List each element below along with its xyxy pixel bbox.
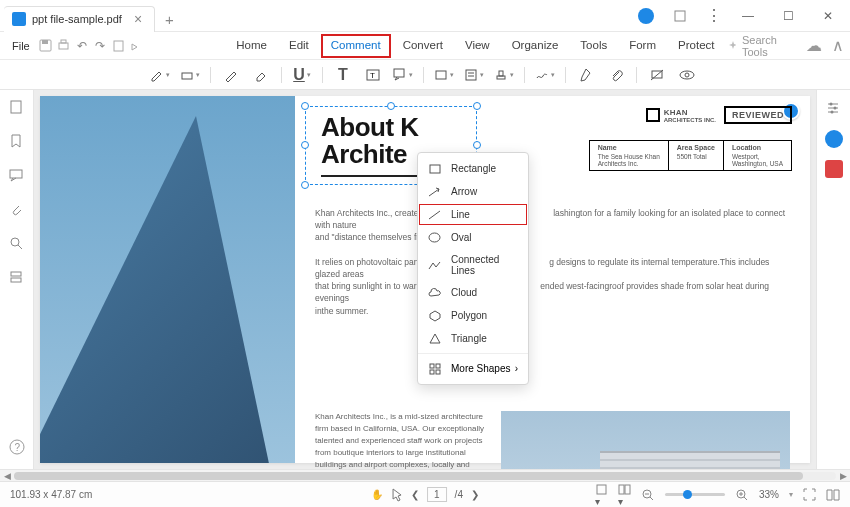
shape-rect-tool[interactable] — [434, 65, 454, 85]
shape-item-connected[interactable]: Connected Lines — [418, 249, 528, 281]
menu-bar: File ↶ ↷ Home Edit Comment Convert View … — [0, 32, 850, 60]
pen-tool[interactable] — [576, 65, 596, 85]
ai-sidebar-icon[interactable] — [825, 130, 843, 148]
tab-view[interactable]: View — [455, 34, 500, 58]
search-panel-icon[interactable] — [9, 236, 25, 252]
shape-item-cloud[interactable]: Cloud — [418, 281, 528, 304]
app-icon — [12, 12, 26, 26]
text-tool[interactable]: T — [333, 65, 353, 85]
save-icon[interactable] — [38, 37, 54, 55]
shape-item-polygon[interactable]: Polygon — [418, 304, 528, 327]
shape-item-rectangle[interactable]: Rectangle — [418, 157, 528, 180]
help-icon[interactable]: ? — [9, 439, 25, 455]
callout-tool[interactable] — [393, 65, 413, 85]
shape-item-triangle[interactable]: Triangle — [418, 327, 528, 350]
select-tool-icon[interactable] — [391, 488, 403, 502]
tab-title: ppt file-sample.pdf — [32, 13, 122, 25]
window-close-button[interactable]: ✕ — [814, 2, 842, 30]
scroll-thumb[interactable] — [14, 472, 803, 480]
textbox-tool[interactable]: T — [363, 65, 383, 85]
comments-panel-icon[interactable] — [9, 168, 25, 184]
tab-form[interactable]: Form — [619, 34, 666, 58]
stamp-tool[interactable] — [494, 65, 514, 85]
zoom-out-icon[interactable] — [641, 488, 655, 502]
tab-convert[interactable]: Convert — [393, 34, 453, 58]
highlighter-tool[interactable] — [150, 65, 170, 85]
fullscreen-icon[interactable] — [803, 488, 816, 501]
page-number-input[interactable]: 1 — [427, 487, 447, 502]
shape-item-more[interactable]: More Shapes › — [418, 357, 528, 380]
svg-rect-44 — [625, 485, 630, 494]
svg-rect-21 — [10, 170, 22, 178]
hide-comments-tool[interactable] — [647, 65, 667, 85]
pencil-tool[interactable] — [221, 65, 241, 85]
tab-edit[interactable]: Edit — [279, 34, 319, 58]
clipboard-icon[interactable] — [110, 37, 126, 55]
brand-header: KHAN ARCHITECTS INC. REVIEWED — [646, 106, 792, 124]
shape-item-oval[interactable]: Oval — [418, 226, 528, 249]
reading-mode-icon[interactable] — [826, 489, 840, 501]
grid-icon — [428, 362, 441, 375]
tab-close-icon[interactable]: × — [134, 11, 142, 27]
app-sidebar-icon[interactable] — [825, 160, 843, 178]
file-menu[interactable]: File — [6, 36, 36, 56]
page-prev-icon[interactable]: ❮ — [411, 489, 419, 500]
attachment-tool[interactable] — [606, 65, 626, 85]
svg-rect-3 — [59, 43, 68, 49]
tab-tools[interactable]: Tools — [570, 34, 617, 58]
zoom-slider[interactable] — [665, 493, 725, 496]
thumbnails-icon[interactable] — [9, 100, 25, 116]
scroll-right-icon[interactable]: ▶ — [836, 471, 850, 481]
user-avatar[interactable] — [638, 8, 654, 24]
tab-organize[interactable]: Organize — [502, 34, 569, 58]
tab-comment[interactable]: Comment — [321, 34, 391, 58]
fit-page-icon[interactable]: ▾ — [595, 483, 608, 507]
window-maximize-button[interactable]: ☐ — [774, 2, 802, 30]
shape-item-line[interactable]: Line — [418, 203, 528, 226]
attachments-panel-icon[interactable] — [9, 202, 25, 218]
view-mode-icon[interactable]: ▾ — [618, 483, 631, 507]
svg-point-41 — [830, 111, 833, 114]
svg-rect-11 — [466, 70, 476, 80]
fields-panel-icon[interactable] — [9, 270, 25, 286]
svg-rect-6 — [182, 73, 192, 79]
svg-line-47 — [650, 497, 653, 500]
zoom-value[interactable]: 33% — [759, 489, 779, 500]
comment-toolbar: U T T — [0, 60, 850, 90]
window-square-icon[interactable] — [666, 2, 694, 30]
window-minimize-button[interactable]: — — [734, 2, 762, 30]
triangle-icon — [428, 332, 441, 345]
tab-protect[interactable]: Protect — [668, 34, 724, 58]
horizontal-scrollbar[interactable]: ◀ ▶ — [0, 469, 850, 481]
area-highlight-tool[interactable] — [180, 65, 200, 85]
share-icon[interactable] — [128, 37, 144, 55]
print-icon[interactable] — [56, 37, 72, 55]
undo-icon[interactable]: ↶ — [74, 37, 90, 55]
shape-item-arrow[interactable]: Arrow — [418, 180, 528, 203]
signature-tool[interactable] — [535, 65, 555, 85]
more-menu-icon[interactable]: ⋮ — [706, 6, 722, 25]
redo-icon[interactable]: ↷ — [92, 37, 108, 55]
collapse-ribbon-icon[interactable]: ∧ — [832, 36, 844, 55]
bookmarks-icon[interactable] — [9, 134, 25, 150]
svg-rect-24 — [11, 272, 21, 276]
scroll-left-icon[interactable]: ◀ — [0, 471, 14, 481]
tab-home[interactable]: Home — [226, 34, 277, 58]
page-next-icon[interactable]: ❯ — [471, 489, 479, 500]
svg-rect-20 — [11, 101, 21, 113]
note-tool[interactable] — [464, 65, 484, 85]
underline-tool[interactable]: U — [292, 65, 312, 85]
search-tools[interactable]: Search Tools — [727, 34, 793, 58]
eraser-tool[interactable] — [251, 65, 271, 85]
rectangle-icon — [428, 162, 441, 175]
show-comments-tool[interactable] — [677, 65, 697, 85]
hand-tool-icon[interactable]: ✋ — [371, 489, 383, 500]
search-placeholder: Search Tools — [742, 34, 792, 58]
document-tab[interactable]: ppt file-sample.pdf × — [4, 6, 155, 32]
cloud-icon[interactable]: ☁ — [806, 36, 822, 55]
properties-icon[interactable] — [825, 100, 843, 118]
new-tab-button[interactable]: + — [165, 11, 174, 28]
svg-rect-2 — [42, 40, 48, 44]
zoom-in-icon[interactable] — [735, 488, 749, 502]
document-canvas[interactable]: KHAN ARCHITECTS INC. REVIEWED NameThe Se… — [34, 90, 816, 469]
